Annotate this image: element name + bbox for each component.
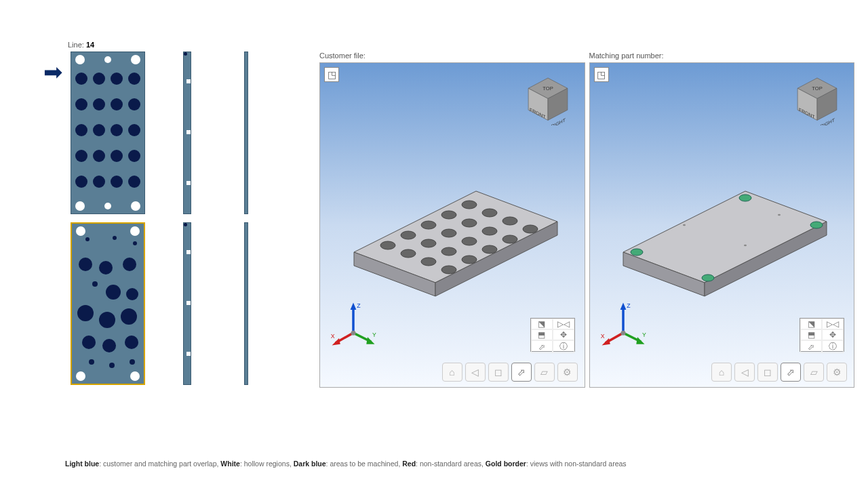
home-button[interactable]: ⌂: [442, 363, 462, 382]
axis-triad: Z X Y: [330, 300, 377, 348]
svg-text:Y: Y: [372, 331, 376, 338]
svg-point-18: [482, 209, 497, 217]
comparison-row-1[interactable]: ➡: [41, 52, 309, 214]
iso-view-icon[interactable]: ⬔: [531, 319, 553, 329]
svg-point-23: [502, 217, 517, 225]
svg-text:Z: Z: [357, 302, 361, 309]
svg-point-22: [482, 227, 497, 235]
matching-part-viewer[interactable]: ◳ TOP FRONT RIGHT: [589, 62, 855, 388]
line-indicator: Line: 14: [68, 41, 854, 49]
svg-point-52: [683, 224, 686, 225]
svg-point-19: [421, 258, 436, 266]
matching-part-label: Matching part number:: [589, 52, 855, 60]
svg-point-28: [523, 225, 538, 233]
ortho-view-icon[interactable]: ⬒: [800, 329, 822, 340]
expand-icon[interactable]: ◳: [324, 67, 339, 82]
color-legend: Light blue: customer and matching part o…: [65, 460, 627, 468]
select-button[interactable]: ⬀: [511, 363, 532, 382]
matching-part-model[interactable]: [610, 157, 833, 306]
svg-marker-56: [620, 303, 626, 310]
comparison-panel: ➡: [41, 52, 309, 388]
svg-text:X: X: [600, 333, 604, 340]
svg-point-11: [421, 221, 436, 229]
svg-point-12: [441, 211, 456, 219]
svg-point-54: [778, 214, 781, 215]
info-icon[interactable]: ⓘ: [822, 340, 844, 353]
side-view-1a[interactable]: [183, 52, 191, 214]
svg-point-13: [462, 201, 477, 209]
svg-point-10: [401, 231, 416, 239]
customer-file-label: Customer file:: [319, 52, 585, 60]
customer-file-viewer[interactable]: ◳ TOP FRONT RIGHT: [319, 62, 585, 388]
viewer-toolbar: ⌂ ◁ ◻ ⬀ ▱ ⚙: [442, 363, 578, 382]
view-cube[interactable]: TOP FRONT RIGHT: [791, 74, 843, 125]
ortho-view-icon[interactable]: ⬒: [531, 329, 553, 340]
svg-point-26: [482, 245, 497, 253]
svg-text:TOP: TOP: [542, 85, 553, 92]
svg-point-9: [380, 241, 395, 249]
arrow-right-icon: ➡: [43, 60, 62, 83]
svg-point-24: [441, 266, 456, 274]
cursor-icon[interactable]: ⬀: [531, 340, 553, 353]
box-button[interactable]: ▱: [804, 363, 824, 382]
settings-button[interactable]: ⚙: [827, 363, 847, 382]
back-button[interactable]: ◁: [734, 363, 755, 382]
svg-point-25: [462, 256, 477, 264]
svg-point-17: [462, 219, 477, 227]
svg-text:RIGHT: RIGHT: [821, 117, 835, 125]
iso-view-icon[interactable]: ⬔: [800, 319, 822, 329]
svg-point-50: [810, 222, 823, 228]
select-button[interactable]: ⬀: [781, 363, 801, 382]
svg-point-16: [441, 229, 456, 237]
mirror-icon[interactable]: ▷◁: [822, 319, 844, 329]
expand-icon[interactable]: ◳: [594, 67, 609, 82]
customer-part-model[interactable]: [340, 157, 564, 306]
viewer-toolbar: ⌂ ◁ ◻ ⬀ ▱ ⚙: [711, 363, 847, 382]
svg-point-21: [462, 237, 477, 245]
axis-triad: Z X Y: [599, 300, 647, 348]
top-view-2[interactable]: [71, 222, 145, 385]
back-button[interactable]: ◁: [465, 363, 486, 382]
svg-text:X: X: [331, 333, 335, 340]
pan-icon[interactable]: ✥: [553, 329, 574, 340]
top-view-1[interactable]: [71, 52, 145, 214]
mirror-icon[interactable]: ▷◁: [553, 319, 574, 329]
home-button[interactable]: ⌂: [711, 363, 732, 382]
info-icon[interactable]: ⓘ: [553, 340, 574, 353]
svg-point-53: [744, 244, 747, 245]
svg-text:RIGHT: RIGHT: [551, 117, 566, 125]
cube-button[interactable]: ◻: [757, 363, 778, 382]
pan-icon[interactable]: ✥: [822, 329, 844, 340]
view-mode-grid[interactable]: ⬔ ▷◁ ⬒ ✥ ⬀ ⓘ: [530, 318, 575, 352]
view-cube[interactable]: TOP FRONT RIGHT: [522, 74, 574, 125]
comparison-row-2[interactable]: [41, 222, 309, 385]
box-button[interactable]: ▱: [534, 363, 555, 382]
side-view-1b[interactable]: [244, 52, 248, 214]
svg-point-48: [631, 249, 643, 256]
svg-marker-30: [351, 303, 357, 310]
svg-point-27: [502, 235, 517, 243]
settings-button[interactable]: ⚙: [557, 363, 578, 382]
svg-point-20: [441, 247, 456, 256]
svg-point-51: [702, 274, 714, 281]
svg-point-64: [620, 331, 625, 336]
side-view-2a[interactable]: [183, 222, 191, 385]
cursor-icon[interactable]: ⬀: [800, 340, 822, 353]
svg-text:TOP: TOP: [812, 85, 822, 92]
svg-point-15: [421, 239, 436, 247]
side-view-2b[interactable]: [244, 222, 248, 385]
svg-point-14: [401, 249, 416, 258]
svg-text:Z: Z: [627, 302, 631, 309]
svg-point-49: [739, 195, 751, 201]
view-mode-grid[interactable]: ⬔ ▷◁ ⬒ ✥ ⬀ ⓘ: [800, 318, 844, 352]
cube-button[interactable]: ◻: [488, 363, 509, 382]
svg-text:Y: Y: [642, 331, 646, 338]
svg-point-38: [351, 331, 356, 336]
